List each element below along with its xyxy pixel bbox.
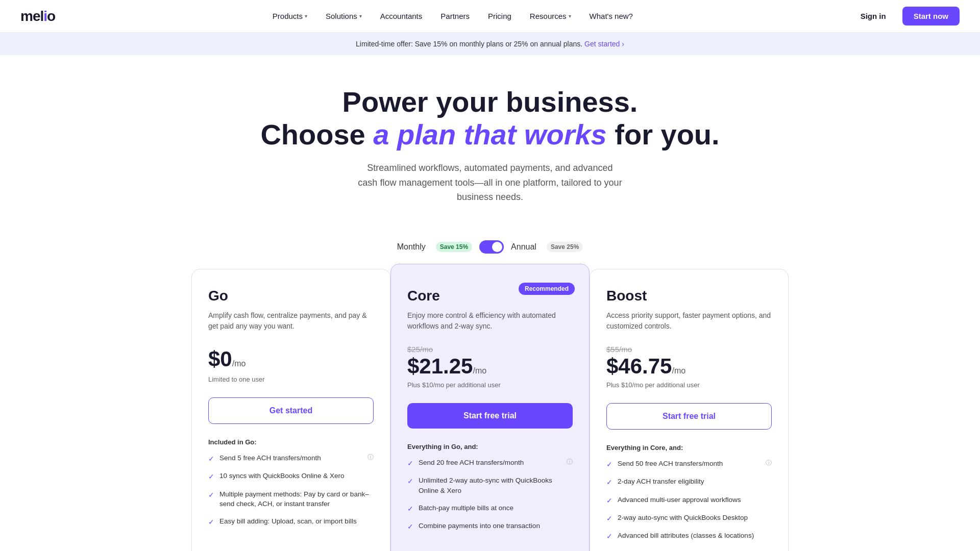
list-item: ✓ 2-day ACH transfer eligibility [606,477,772,487]
list-item: ✓ Multiple payment methods: Pay by card … [208,489,374,509]
plan-boost-price: $46.75/mo [606,356,772,377]
list-item: ✓ Send 50 free ACH transfers/month ⓘ [606,459,772,469]
check-icon: ✓ [407,458,413,468]
plan-boost-original-price: $55/mo [606,345,772,354]
main-nav: melio Products ▾ Solutions ▾ Accountants… [0,0,980,33]
nav-whats-new[interactable]: What's new? [582,8,640,24]
logo[interactable]: melio [20,8,55,24]
check-icon: ✓ [606,513,612,523]
plan-core-description: Enjoy more control & efficiency with aut… [407,310,573,335]
check-icon: ✓ [606,459,612,469]
plan-boost-features: Everything in Core, and: ✓ Send 50 free … [606,444,772,541]
plan-boost-cta[interactable]: Start free trial [606,403,772,430]
promo-link[interactable]: Get started › [584,40,624,48]
chevron-down-icon: ▾ [569,13,571,19]
pricing-cards: Go Amplify cash flow, centralize payment… [0,269,980,551]
list-item: ✓ Advanced bill attributes (classes & lo… [606,531,772,541]
info-icon[interactable]: ⓘ [368,453,374,462]
plan-go-features-heading: Included in Go: [208,438,374,446]
list-item: ✓ Advanced multi-user approval workflows [606,495,772,506]
monthly-save-badge: Save 15% [436,242,472,252]
plan-core-features-heading: Everything in Go, and: [407,443,573,450]
check-icon: ✓ [606,495,612,506]
chevron-down-icon: ▾ [359,13,362,19]
plan-core-price-note: Plus $10/mo per additional user [407,381,573,389]
hero-section: Power your business. Choose a plan that … [0,55,980,225]
plan-go-price: $0/mo [208,347,374,371]
list-item: ✓ Unlimited 2-way auto-sync with QuickBo… [407,475,573,495]
plan-core-cta[interactable]: Start free trial [407,403,573,429]
hero-line2-prefix: Choose [260,118,373,151]
hero-line2-italic: a plan that works [373,118,606,151]
toggle-knob [492,242,502,252]
plan-go-name: Go [208,288,374,304]
monthly-label: Monthly [397,242,426,252]
check-icon: ✓ [208,471,214,482]
plan-go-card: Go Amplify cash flow, centralize payment… [191,269,390,551]
check-icon: ✓ [208,490,214,500]
nav-actions: Sign in Start now [850,7,960,26]
check-icon: ✓ [606,531,612,541]
check-icon: ✓ [407,504,413,514]
list-item: ✓ Easy bill adding: Upload, scan, or imp… [208,516,374,527]
start-now-button[interactable]: Start now [902,7,960,26]
info-icon[interactable]: ⓘ [766,459,772,467]
annual-label: Annual [511,242,536,252]
plan-go-description: Amplify cash flow, centralize payments, … [208,310,374,335]
plan-core-card: Recommended Core Enjoy more control & ef… [390,264,590,551]
hero-description: Streamlined workflows, automated payment… [357,161,623,205]
list-item: ✓ Send 5 free ACH transfers/month ⓘ [208,453,374,464]
plan-boost-card: Boost Access priority support, faster pa… [590,269,789,551]
chevron-down-icon: ▾ [305,13,307,19]
plan-core-features: Everything in Go, and: ✓ Send 20 free AC… [407,443,573,532]
nav-links: Products ▾ Solutions ▾ Accountants Partn… [265,8,640,24]
list-item: ✓ Send 20 free ACH transfers/month ⓘ [407,458,573,468]
check-icon: ✓ [208,454,214,464]
check-icon: ✓ [407,521,413,532]
list-item: ✓ 2-way auto-sync with QuickBooks Deskto… [606,513,772,523]
promo-banner: Limited-time offer: Save 15% on monthly … [0,33,980,55]
billing-toggle: Monthly Save 15% Annual Save 25% [0,240,980,254]
list-item: ✓ Combine payments into one transaction [407,521,573,532]
check-icon: ✓ [208,517,214,527]
check-icon: ✓ [407,476,413,486]
nav-solutions[interactable]: Solutions ▾ [318,8,369,24]
nav-partners[interactable]: Partners [433,8,477,24]
recommended-badge: Recommended [519,283,575,295]
plan-boost-name: Boost [606,288,772,304]
hero-line1: Power your business. [342,86,638,118]
billing-toggle-switch[interactable] [479,240,504,254]
signin-button[interactable]: Sign in [850,7,896,26]
check-icon: ✓ [606,477,612,487]
list-item: ✓ Batch-pay multiple bills at once [407,503,573,514]
nav-accountants[interactable]: Accountants [373,8,430,24]
annual-save-badge: Save 25% [547,242,583,252]
plan-core-original-price: $25/mo [407,345,573,354]
plan-go-features: Included in Go: ✓ Send 5 free ACH transf… [208,438,374,527]
info-icon[interactable]: ⓘ [567,458,573,466]
plan-go-cta[interactable]: Get started [208,397,374,424]
plan-boost-price-note: Plus $10/mo per additional user [606,381,772,389]
hero-line2-suffix: for you. [607,118,720,151]
nav-products[interactable]: Products ▾ [265,8,314,24]
nav-resources[interactable]: Resources ▾ [523,8,578,24]
list-item: ✓ 10 syncs with QuickBooks Online & Xero [208,471,374,482]
plan-boost-description: Access priority support, faster payment … [606,310,772,335]
plan-boost-features-heading: Everything in Core, and: [606,444,772,452]
plan-go-price-note: Limited to one user [208,375,374,383]
plan-core-price: $21.25/mo [407,356,573,377]
nav-pricing[interactable]: Pricing [481,8,519,24]
